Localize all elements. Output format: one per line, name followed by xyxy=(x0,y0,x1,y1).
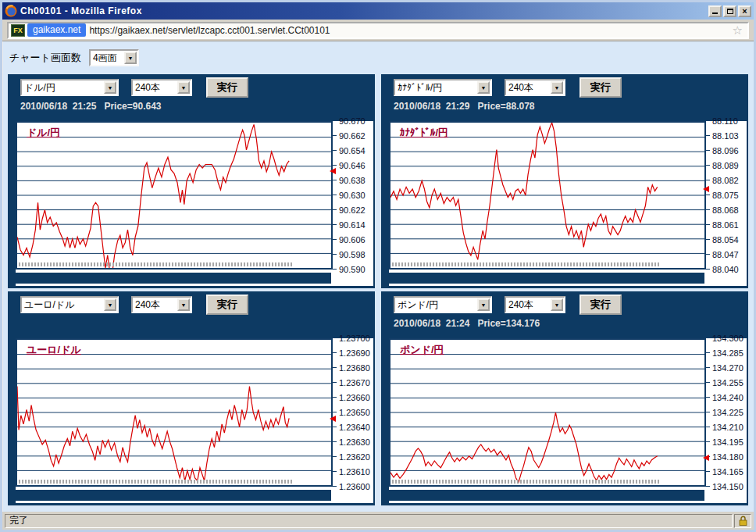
bars-select[interactable]: 240本 ▼ xyxy=(131,296,192,313)
price-marker-icon xyxy=(703,186,709,192)
minimize-button[interactable] xyxy=(708,5,722,17)
title-bar: Ch00101 - Mozilla Firefox × xyxy=(2,2,754,20)
y-axis: 1.237001.236901.236801.236701.236601.236… xyxy=(333,338,373,487)
chart-bottom-bar xyxy=(389,490,704,501)
chevron-down-icon[interactable]: ▼ xyxy=(477,298,490,311)
time-axis-ticks xyxy=(19,480,292,484)
run-button[interactable]: 実行 xyxy=(206,295,248,315)
plot-area: ｶﾅﾀﾞﾄﾞﾙ/円 xyxy=(389,121,706,270)
price-marker-icon xyxy=(703,455,709,461)
chart-panel-eurusd: ユーロ/ドル ▼ 240本 ▼ 実行 ユーロ/ドル 1.237001.23690… xyxy=(8,291,375,505)
chevron-down-icon[interactable]: ▼ xyxy=(124,52,137,64)
pair-select[interactable]: ユーロ/ドル ▼ xyxy=(20,296,119,313)
chevron-down-icon[interactable]: ▼ xyxy=(551,81,563,94)
url-bar[interactable]: FX gaikaex.net https://gaikaex.net/servl… xyxy=(7,22,749,39)
lock-icon[interactable] xyxy=(739,516,747,526)
chevron-down-icon[interactable]: ▼ xyxy=(177,298,190,311)
time-axis-ticks xyxy=(19,262,292,266)
status-bar: 完了 xyxy=(2,512,754,530)
y-axis: 134.300134.285134.270134.255134.240134.2… xyxy=(706,338,747,487)
chart-title: ポンド/円 xyxy=(400,343,444,357)
close-button[interactable]: × xyxy=(738,5,751,17)
y-axis: 88.11088.10388.09688.08988.08288.07588.0… xyxy=(706,121,747,270)
run-button[interactable]: 実行 xyxy=(579,77,622,98)
panel-timestamp: 2010/06/18 21:29 Price=88.078 xyxy=(394,101,535,112)
price-line-chart xyxy=(17,123,331,268)
maximize-button[interactable] xyxy=(723,5,736,17)
chart-count-select[interactable]: 4画面 ▼ xyxy=(89,49,139,66)
price-line-chart xyxy=(390,340,704,485)
navigation-toolbar: FX gaikaex.net https://gaikaex.net/servl… xyxy=(2,20,754,41)
panel-timestamp: 2010/06/18 21:25 Price=90.643 xyxy=(20,101,162,112)
chart-box: ドル/円 90.67090.66290.65490.64690.63890.63… xyxy=(16,121,373,286)
run-button[interactable]: 実行 xyxy=(579,295,622,315)
chart-bottom-bar xyxy=(16,273,331,284)
chevron-down-icon[interactable]: ▼ xyxy=(177,81,190,94)
firefox-icon xyxy=(5,5,17,17)
plot-area: ユーロ/ドル xyxy=(16,338,333,487)
window-title: Ch00101 - Mozilla Firefox xyxy=(20,5,708,16)
pair-select[interactable]: ポンド/円 ▼ xyxy=(394,296,492,313)
browser-window: Ch00101 - Mozilla Firefox × FX gaikaex.n… xyxy=(0,0,756,532)
price-marker-icon xyxy=(330,168,336,174)
pair-select[interactable]: ドル/円 ▼ xyxy=(20,79,119,96)
chart-count-label: チャート画面数 xyxy=(9,51,81,65)
site-favicon-fx-icon: FX xyxy=(11,24,25,37)
pair-select[interactable]: ｶﾅﾀﾞﾄﾞﾙ/円 ▼ xyxy=(394,79,492,96)
bars-select[interactable]: 240本 ▼ xyxy=(505,79,565,96)
chart-title: ｶﾅﾀﾞﾄﾞﾙ/円 xyxy=(400,126,448,140)
chart-box: ｶﾅﾀﾞﾄﾞﾙ/円 88.11088.10388.09688.08988.082… xyxy=(389,121,747,286)
chevron-down-icon[interactable]: ▼ xyxy=(551,298,563,311)
chart-bottom-bar xyxy=(16,490,331,501)
chart-box: ユーロ/ドル 1.237001.236901.236801.236701.236… xyxy=(16,338,373,503)
plot-area: ポンド/円 xyxy=(389,338,706,487)
chart-panel-gbpjpy: ポンド/円 ▼ 240本 ▼ 実行 2010/06/18 21:24 Price… xyxy=(381,291,748,505)
plot-area: ドル/円 xyxy=(16,121,333,270)
chart-box: ポンド/円 134.300134.285134.270134.255134.24… xyxy=(389,338,747,503)
site-identity-button[interactable]: gaikaex.net xyxy=(27,23,86,37)
chevron-down-icon[interactable]: ▼ xyxy=(104,298,116,311)
bars-select[interactable]: 240本 ▼ xyxy=(505,296,565,313)
bars-select[interactable]: 240本 ▼ xyxy=(131,79,192,96)
chart-title: ユーロ/ドル xyxy=(27,343,81,357)
chart-panel-usdjpy: ドル/円 ▼ 240本 ▼ 実行 2010/06/18 21:25 Price=… xyxy=(8,74,375,288)
chevron-down-icon[interactable]: ▼ xyxy=(104,81,116,94)
panel-timestamp: 2010/06/18 21:24 Price=134.176 xyxy=(394,318,540,329)
price-marker-icon xyxy=(330,416,336,422)
page-content: チャート画面数 4画面 ▼ ドル/円 ▼ 240本 ▼ 実行 2010/06/1… xyxy=(2,41,754,512)
y-axis: 90.67090.66290.65490.64690.63890.63090.6… xyxy=(333,121,373,270)
price-line-chart xyxy=(390,123,704,268)
url-text[interactable]: https://gaikaex.net/servlet/lzcapc.cct00… xyxy=(89,25,729,36)
chart-title: ドル/円 xyxy=(27,126,60,140)
bookmark-star-icon[interactable]: ☆ xyxy=(730,23,745,37)
status-text: 完了 xyxy=(9,514,28,527)
chart-count-row: チャート画面数 4画面 ▼ xyxy=(9,49,139,66)
time-axis-ticks xyxy=(392,262,659,266)
chart-bottom-bar xyxy=(389,273,704,284)
price-line-chart xyxy=(17,340,331,485)
chart-panel-cadjpy: ｶﾅﾀﾞﾄﾞﾙ/円 ▼ 240本 ▼ 実行 2010/06/18 21:29 P… xyxy=(381,74,748,288)
time-axis-ticks xyxy=(392,480,659,484)
chevron-down-icon[interactable]: ▼ xyxy=(477,81,490,94)
run-button[interactable]: 実行 xyxy=(206,77,248,98)
